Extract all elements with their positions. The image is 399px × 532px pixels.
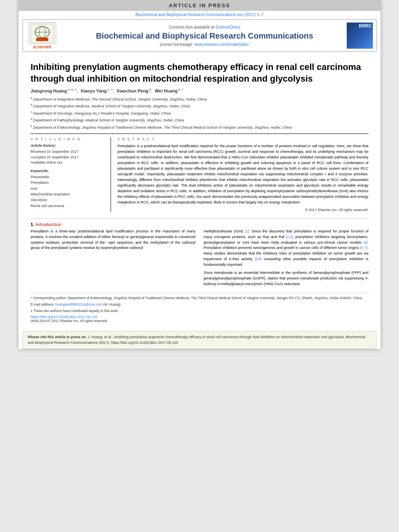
author-3-sup: d <box>148 88 151 91</box>
footnotes-section: * Corresponding author. Department of En… <box>31 293 368 323</box>
affiliation-e: e Department of Endocrinology, Jingzhou … <box>31 124 368 131</box>
elsevier-label: ELSEVIER <box>33 45 51 49</box>
intro-paragraph-1: Prenylation is a three-step posttranslat… <box>31 229 195 251</box>
keywords-label: Keywords: <box>31 169 106 173</box>
issn-line: 0006-291X/© 2017 Elsevier Inc. All right… <box>31 319 368 323</box>
banner-text: ARTICLE IN PRESS <box>169 2 230 8</box>
author-1-sup: a, b, 1 <box>67 88 76 91</box>
section-title: 1. Introduction <box>31 222 368 227</box>
corresponding-note: * Corresponding author. Department of En… <box>31 296 368 301</box>
author-1-name: Jiangrong Huang <box>31 88 67 93</box>
copyright-line: © 2017 Elsevier Inc. All rights reserved… <box>117 208 368 212</box>
journal-ref-line: Biochemical and Biophysical Research Com… <box>19 11 380 18</box>
svg-rect-4 <box>36 38 48 41</box>
intro-body-columns: Prenylation is a three-step posttranslat… <box>31 229 368 290</box>
science-direct-line: Contents lists available at ScienceDirec… <box>62 25 347 29</box>
main-content: Inhibiting prenylation augments chemothe… <box>19 53 380 327</box>
affiliation-a: a Department of Integrative Medicine, Th… <box>31 96 368 103</box>
keywords-section: Keywords: Pitavastatin Prenylation Icmt … <box>31 169 106 209</box>
author-2-name: Xiaoyu Yang <box>80 88 107 93</box>
introduction-section: 1. Introduction Prenylation is a three-s… <box>31 218 368 323</box>
keyword-3: Icmt <box>31 186 106 191</box>
author-4-name: Wei Huang <box>155 88 178 93</box>
bbrc-logo: BBRC <box>347 23 373 49</box>
email-label: E-mail address: <box>31 302 54 306</box>
ref-1[interactable]: [1] <box>245 229 249 233</box>
article-history-label: Article history: <box>31 144 106 148</box>
homepage-label: journal homepage: <box>160 42 193 47</box>
email-address[interactable]: huangwei99992016@sina.com <box>55 302 102 306</box>
received-date: Received 16 September 2017 <box>31 149 106 155</box>
info-abstract-section: A R T I C L E I N F O Article history: R… <box>31 134 368 212</box>
sciencedirect-link[interactable]: ScienceDirect <box>216 25 241 29</box>
contents-label: Contents lists available at <box>169 25 214 29</box>
corresponding-note-text: * Corresponding author. Department of En… <box>31 296 363 300</box>
ref-5-7[interactable]: [5–7] <box>360 246 368 250</box>
intro-right-col: methyltransferase (Icmt) [1]. Since the … <box>204 229 368 290</box>
intro-paragraph-3: Since mevalonate is an essential interme… <box>204 270 368 287</box>
journal-header-box: ELSEVIER Contents lists available at Sci… <box>23 19 376 52</box>
keyword-1: Pitavastatin <box>31 174 106 180</box>
elsevier-logo-image <box>28 22 56 44</box>
article-info-column: A R T I C L E I N F O Article history: R… <box>31 137 111 212</box>
article-in-press-banner: ARTICLE IN PRESS <box>19 0 380 11</box>
keyword-4: Mitochondrial respiration <box>31 191 106 197</box>
affiliation-d: d Department of Pathophysiology, Medical… <box>31 117 368 123</box>
page: ARTICLE IN PRESS Biochemical and Biophys… <box>19 0 380 349</box>
affiliation-c: c Department of Oncology, Xiangyang No.1… <box>31 110 368 117</box>
abstract-text: Prenylation is a posttranslational lipid… <box>117 144 368 205</box>
article-info-header: A R T I C L E I N F O <box>31 137 106 141</box>
citation-notice: Please cite this article in press as: J.… <box>23 331 376 349</box>
intro-paragraph-2: methyltransferase (Icmt) [1]. Since the … <box>204 229 368 268</box>
author-4-sup: e, * <box>178 88 183 91</box>
elsevier-logo-container: ELSEVIER <box>26 22 58 49</box>
ref-8-9[interactable]: [8,9] <box>255 257 262 261</box>
ref-4[interactable]: [4] <box>364 240 367 244</box>
authors-line: Jiangrong Huang a, b, 1, Xiaoyu Yang c, … <box>31 88 368 93</box>
section-number: 1. <box>31 222 34 227</box>
affiliation-b: b Department of Integrative Medicine, Me… <box>31 103 368 109</box>
section-title-text: Introduction <box>35 222 61 227</box>
abstract-header: A B S T R A C T <box>117 137 368 141</box>
journal-ref-text: Biochemical and Biophysical Research Com… <box>136 12 264 17</box>
homepage-url[interactable]: www.elsevier.com/locate/ybbrc <box>194 42 249 47</box>
intro-left-col: Prenylation is a three-step posttranslat… <box>31 229 195 290</box>
doi-link[interactable]: https://doi.org/10.1016/j.bbrc.2017.09.1… <box>31 315 368 319</box>
equal-contribution-note: 1 These two authors have contributed equ… <box>31 308 368 314</box>
available-online: Available online xxx <box>31 160 106 166</box>
author-2-sup: c, 1 <box>107 88 113 91</box>
accepted-date: Accepted 20 September 2017 <box>31 155 106 160</box>
journal-title: Biochemical and Biophysical Research Com… <box>62 31 347 41</box>
keyword-5: Glycolysis <box>31 197 106 203</box>
article-title: Inhibiting prenylation augments chemothe… <box>31 62 368 84</box>
author-3-name: Xiaochun Peng <box>117 88 148 93</box>
email-suffix: (W. Huang). <box>103 302 121 306</box>
please-cite-label: Please cite this article in press as: <box>28 335 88 339</box>
abstract-column: A B S T R A C T Prenylation is a posttra… <box>117 137 368 212</box>
bbrc-label: BBRC <box>359 23 372 28</box>
keyword-2: Prenylation <box>31 180 106 185</box>
email-line: E-mail address: huangwei99992016@sina.co… <box>31 302 368 307</box>
ref-2-3[interactable]: [2,3] <box>286 235 293 239</box>
affiliations: a Department of Integrative Medicine, Th… <box>31 96 368 131</box>
journal-center: Contents lists available at ScienceDirec… <box>62 25 347 47</box>
keyword-6: Renal cell carcinoma <box>31 203 106 209</box>
journal-homepage-line: journal homepage: www.elsevier.com/locat… <box>62 42 347 47</box>
